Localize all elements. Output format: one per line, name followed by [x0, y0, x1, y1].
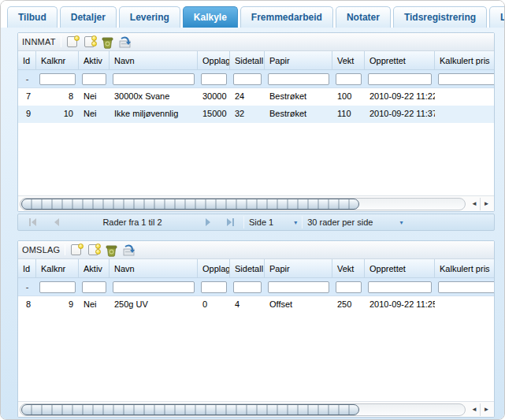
tab-fremmedarbeid[interactable]: Fremmedarbeid: [240, 6, 333, 28]
omslag-title: OMSLAG: [22, 245, 60, 255]
col-header-navn[interactable]: Navn: [110, 259, 198, 277]
col-header-opprettet[interactable]: Opprettet: [365, 259, 435, 277]
tab-logg[interactable]: Logg: [489, 6, 505, 28]
kalkyle-window: Tilbud Detaljer Levering Kalkyle Fremmed…: [0, 0, 505, 420]
tab-kalkyle[interactable]: Kalkyle: [183, 6, 238, 28]
delete-record-icon[interactable]: [101, 35, 115, 49]
omslag-hscrollbar: ◄ ►: [18, 401, 494, 417]
filter-input-kalkulert-pris[interactable]: [438, 73, 494, 85]
copy-record-icon[interactable]: [87, 243, 102, 257]
page-select-label: Side 1: [249, 217, 273, 227]
filter-input-navn[interactable]: [113, 281, 195, 293]
col-header-vekt[interactable]: Vekt: [332, 259, 365, 277]
tab-tilbud[interactable]: Tilbud: [7, 6, 58, 28]
innmat-title: INNMAT: [22, 37, 56, 46]
next-page-icon[interactable]: [199, 215, 217, 229]
filter-input-sidetall[interactable]: [233, 73, 262, 85]
cell-aktiv: Nei: [79, 106, 110, 123]
tab-levering[interactable]: Levering: [119, 6, 180, 28]
omslag-panel: OMSLAG: [17, 240, 495, 418]
col-header-kalknr[interactable]: Kalknr: [36, 51, 79, 69]
filter-input-aktiv[interactable]: [82, 281, 106, 293]
tab-notater[interactable]: Notater: [336, 6, 391, 28]
col-header-papir[interactable]: Papir: [265, 259, 332, 277]
filter-input-vekt[interactable]: [336, 281, 362, 293]
filter-input-papir[interactable]: [268, 281, 329, 293]
scroll-right-button[interactable]: ►: [481, 198, 492, 210]
table-row[interactable]: 8 9 Nei 250g UV 0 4 Offset 250 2010-09-2…: [18, 296, 494, 314]
filter-input-sidetall[interactable]: [233, 281, 262, 293]
cell-kalknr: 10: [36, 106, 79, 123]
cell-vekt: 100: [332, 88, 365, 106]
delete-record-icon[interactable]: [105, 243, 119, 257]
chevron-down-icon: ▾: [399, 219, 403, 226]
filter-input-opprettet[interactable]: [368, 281, 432, 293]
col-header-kalkulert-pris[interactable]: Kalkulert pris: [435, 51, 494, 69]
filter-input-opplag[interactable]: [201, 73, 227, 85]
rows-per-page-select[interactable]: 30 rader per side ▾: [307, 217, 403, 227]
tab-tidsregistrering[interactable]: Tidsregistrering: [393, 6, 487, 28]
import-icon[interactable]: [118, 35, 132, 49]
cell-kalkulert-pris: [435, 296, 494, 314]
filter-input-kalknr[interactable]: [39, 281, 76, 293]
copy-record-icon[interactable]: [84, 35, 98, 49]
filter-input-opprettet[interactable]: [368, 73, 432, 85]
cell-id: 9: [18, 106, 36, 123]
cell-kalknr: 8: [36, 88, 79, 106]
col-header-kalkulert-pris[interactable]: Kalkulert pris: [435, 259, 494, 277]
omslag-filter-row: -: [18, 278, 494, 296]
cell-kalkulert-pris: [435, 106, 494, 123]
cell-navn: Ikke miljøvennlig: [110, 106, 198, 123]
innmat-filter-row: -: [18, 70, 494, 88]
col-header-id[interactable]: Id: [18, 259, 36, 277]
add-record-icon[interactable]: [66, 35, 80, 49]
filter-input-kalkulert-pris[interactable]: [438, 281, 494, 293]
col-header-kalknr[interactable]: Kalknr: [36, 259, 79, 277]
scroll-right-button[interactable]: ►: [481, 403, 492, 416]
innmat-panel: INNMAT: [17, 32, 495, 212]
tab-bar: Tilbud Detaljer Levering Kalkyle Fremmed…: [1, 1, 504, 28]
table-row[interactable]: 7 8 Nei 30000x Svane 30000 24 Bestrøket …: [18, 88, 494, 106]
filter-input-papir[interactable]: [268, 73, 329, 85]
scrollbar-track[interactable]: [20, 198, 466, 210]
add-record-icon[interactable]: [70, 243, 84, 257]
col-header-aktiv[interactable]: Aktiv: [79, 259, 110, 277]
cell-sidetall: 32: [230, 106, 265, 123]
omslag-toolbar: OMSLAG: [18, 241, 494, 259]
page-select[interactable]: Side 1 ▾: [249, 217, 297, 227]
filter-input-vekt[interactable]: [336, 73, 362, 85]
table-row[interactable]: 9 10 Nei Ikke miljøvennlig 15000 32 Best…: [18, 106, 494, 123]
col-header-sidetall[interactable]: Sidetall: [230, 259, 265, 277]
col-header-id[interactable]: Id: [18, 51, 36, 69]
last-page-icon[interactable]: [221, 215, 239, 229]
col-header-vekt[interactable]: Vekt: [332, 51, 365, 69]
toolbar-separator: [65, 244, 65, 255]
cell-papir: Bestrøket: [265, 106, 332, 123]
col-header-opplag[interactable]: Opplag: [198, 51, 230, 69]
cell-sidetall: 4: [230, 296, 265, 314]
scrollbar-thumb[interactable]: [21, 404, 359, 415]
filter-dash: -: [26, 74, 29, 84]
tab-detaljer[interactable]: Detaljer: [60, 6, 117, 28]
filter-input-navn[interactable]: [113, 73, 195, 85]
col-header-opplag[interactable]: Opplag: [198, 259, 230, 277]
filter-input-aktiv[interactable]: [82, 73, 106, 85]
cell-opplag: 30000: [198, 88, 230, 106]
scroll-left-button[interactable]: ◄: [469, 198, 481, 210]
scrollbar-track[interactable]: [20, 403, 466, 416]
col-header-navn[interactable]: Navn: [110, 51, 198, 69]
scroll-left-button[interactable]: ◄: [469, 403, 481, 416]
cell-papir: Bestrøket: [265, 88, 332, 106]
filter-input-kalknr[interactable]: [39, 73, 76, 85]
prev-page-icon[interactable]: [48, 215, 65, 229]
import-icon[interactable]: [122, 243, 136, 257]
filter-input-opplag[interactable]: [201, 281, 227, 293]
col-header-sidetall[interactable]: Sidetall: [230, 51, 265, 69]
first-page-icon[interactable]: [24, 215, 42, 229]
kalkyle-content: INNMAT: [1, 28, 504, 419]
omslag-grid: Id Kalknr Aktiv Navn Opplag Sidetall Pap…: [18, 259, 494, 314]
col-header-papir[interactable]: Papir: [265, 51, 332, 69]
col-header-aktiv[interactable]: Aktiv: [79, 51, 110, 69]
scrollbar-thumb[interactable]: [21, 199, 359, 210]
col-header-opprettet[interactable]: Opprettet: [365, 51, 435, 69]
